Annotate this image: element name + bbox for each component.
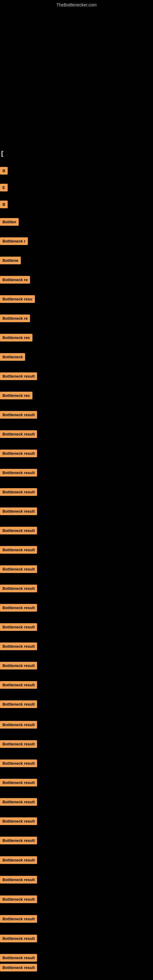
bottleneck-label-6[interactable]: Bottleneck r xyxy=(0,237,28,245)
bottleneck-label-38[interactable]: Bottleneck result xyxy=(0,856,37,864)
bottleneck-label-12[interactable]: Bottleneck xyxy=(0,353,25,361)
bottleneck-label-40[interactable]: Bottleneck result xyxy=(0,896,37,903)
bottleneck-label-1[interactable]: [ xyxy=(0,150,3,157)
bottleneck-label-30[interactable]: Bottleneck result xyxy=(0,700,37,708)
bottleneck-label-39[interactable]: Bottleneck result xyxy=(0,876,37,883)
bottleneck-label-21[interactable]: Bottleneck result xyxy=(0,527,37,535)
bottleneck-label-4[interactable]: B xyxy=(0,200,8,208)
bottleneck-label-13[interactable]: Bottleneck result xyxy=(0,372,37,380)
bottleneck-label-31[interactable]: Bottleneck result xyxy=(0,721,37,729)
bottleneck-label-32[interactable]: Bottleneck result xyxy=(0,740,37,748)
bottleneck-label-33[interactable]: Bottleneck result xyxy=(0,759,37,767)
bottleneck-label-7[interactable]: Bottlene xyxy=(0,257,21,264)
bottleneck-label-19[interactable]: Bottleneck result xyxy=(0,488,37,496)
bottleneck-label-11[interactable]: Bottleneck res xyxy=(0,334,32,342)
bottleneck-label-18[interactable]: Bottleneck result xyxy=(0,469,37,477)
bottleneck-label-34[interactable]: Bottleneck result xyxy=(0,779,37,786)
bottleneck-label-15[interactable]: Bottleneck result xyxy=(0,411,37,418)
bottleneck-label-27[interactable]: Bottleneck result xyxy=(0,643,37,650)
bottleneck-label-17[interactable]: Bottleneck result xyxy=(0,450,37,457)
site-title: TheBottlenecker.com xyxy=(56,2,97,7)
bottleneck-label-25[interactable]: Bottleneck result xyxy=(0,604,37,612)
bottleneck-label-37[interactable]: Bottleneck result xyxy=(0,837,37,844)
bottleneck-label-29[interactable]: Bottleneck result xyxy=(0,681,37,689)
bottleneck-label-16[interactable]: Bottleneck result xyxy=(0,430,37,438)
bottleneck-label-22[interactable]: Bottleneck result xyxy=(0,546,37,554)
bottleneck-label-36[interactable]: Bottleneck result xyxy=(0,818,37,825)
bottleneck-label-3[interactable]: E xyxy=(0,184,8,191)
bottleneck-label-2[interactable]: B xyxy=(0,167,8,175)
bottleneck-label-42[interactable]: Bottleneck result xyxy=(0,935,37,942)
bottleneck-label-9[interactable]: Bottleneck resu xyxy=(0,295,35,303)
bottleneck-label-44[interactable]: Bottleneck result xyxy=(0,964,37,971)
bottleneck-label-23[interactable]: Bottleneck result xyxy=(0,565,37,573)
bottleneck-label-26[interactable]: Bottleneck result xyxy=(0,623,37,631)
bottleneck-label-41[interactable]: Bottleneck result xyxy=(0,915,37,923)
bottleneck-label-20[interactable]: Bottleneck result xyxy=(0,508,37,515)
bottleneck-label-35[interactable]: Bottleneck result xyxy=(0,798,37,806)
bottleneck-label-10[interactable]: Bottleneck re xyxy=(0,315,30,322)
bottleneck-label-14[interactable]: Bottleneck res xyxy=(0,392,32,399)
bottleneck-label-24[interactable]: Bottleneck result xyxy=(0,585,37,592)
bottleneck-label-43[interactable]: Bottleneck result xyxy=(0,954,37,962)
bottleneck-label-8[interactable]: Bottleneck re xyxy=(0,276,30,283)
bottleneck-label-28[interactable]: Bottleneck result xyxy=(0,662,37,670)
bottleneck-label-5[interactable]: Bottlen xyxy=(0,218,19,226)
